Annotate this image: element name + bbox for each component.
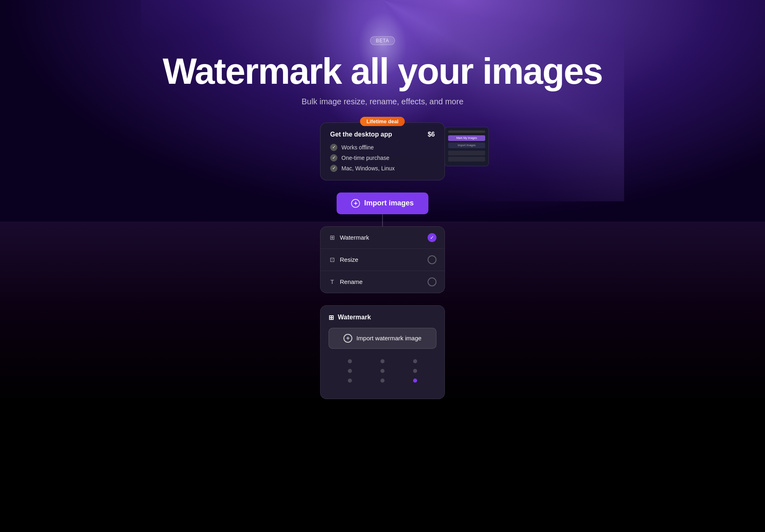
promo-card-title: Get the desktop app (330, 131, 392, 138)
dot-mid-right[interactable] (413, 369, 417, 373)
promo-feature-purchase: One-time purchase (330, 154, 435, 161)
resize-option-row[interactable]: ⊡ Resize (320, 249, 445, 271)
resize-icon: ⊡ (329, 256, 336, 263)
check-icon-purchase (330, 154, 337, 161)
dot-mid-left[interactable] (348, 369, 352, 373)
resize-toggle-inactive[interactable] (428, 255, 436, 264)
import-wm-plus-icon: + (343, 334, 352, 343)
import-watermark-button[interactable]: + Import watermark image (329, 328, 436, 349)
subtitle: Bulk image resize, rename, effects, and … (302, 97, 463, 106)
promo-price: $6 (428, 131, 435, 138)
position-grid (329, 355, 436, 387)
dot-bot-left[interactable] (348, 379, 352, 383)
watermark-section-header: ⊞ Watermark (329, 314, 436, 321)
main-title: Watermark all your images (163, 52, 602, 91)
import-images-button[interactable]: + Import images (337, 193, 428, 214)
rename-toggle-inactive[interactable] (428, 277, 436, 286)
dot-top-left[interactable] (348, 359, 352, 363)
watermark-icon: ⊞ (329, 234, 336, 241)
watermark-section-icon: ⊞ (329, 314, 334, 321)
promo-feature-offline: Works offline (330, 144, 435, 151)
dot-mid-center[interactable] (380, 369, 385, 373)
check-icon-offline (330, 144, 337, 151)
rename-option-row[interactable]: T Rename (320, 271, 445, 293)
dot-bot-center[interactable] (380, 379, 385, 383)
connector-line (382, 214, 383, 226)
dot-top-center[interactable] (380, 359, 385, 363)
plus-icon: + (351, 199, 360, 208)
dot-top-right[interactable] (413, 359, 417, 363)
dot-bot-right[interactable] (413, 379, 417, 383)
rename-icon: T (329, 278, 336, 286)
check-icon-platform (330, 165, 337, 172)
promo-feature-platform: Mac, Windows, Linux (330, 165, 435, 172)
watermark-option-row[interactable]: ⊞ Watermark (320, 227, 445, 249)
watermark-toggle-active[interactable] (428, 233, 436, 242)
app-preview: Mark My Images Import Images (445, 127, 489, 166)
beta-badge: BETA (370, 36, 395, 45)
lifetime-badge: Lifetime deal (360, 117, 405, 126)
options-panel: ⊞ Watermark ⊡ Resize T Rename (320, 226, 445, 293)
watermark-section: ⊞ Watermark + Import watermark image (320, 305, 445, 399)
promo-card: Lifetime deal Get the desktop app $6 Wor… (320, 122, 445, 180)
